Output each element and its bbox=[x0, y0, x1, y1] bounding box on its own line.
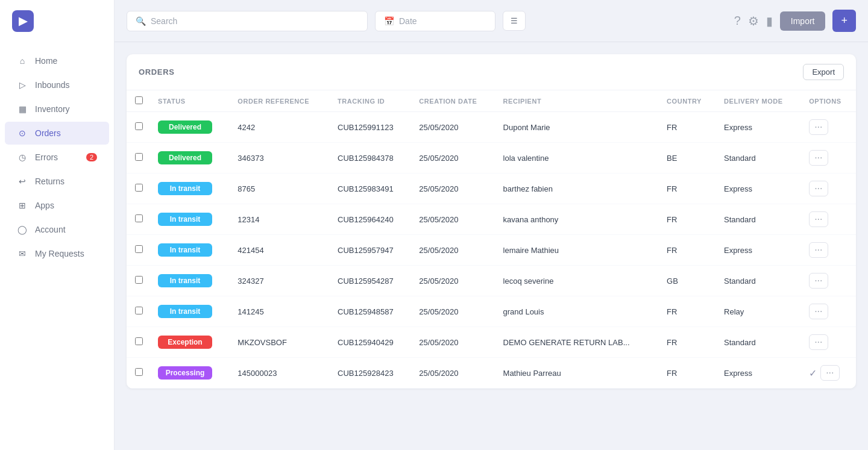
export-button[interactable]: Export bbox=[803, 64, 844, 80]
status-badge-6: In transit bbox=[158, 305, 212, 318]
row-check-2[interactable] bbox=[135, 184, 143, 192]
row-check-5[interactable] bbox=[135, 276, 143, 284]
row-check-3[interactable] bbox=[135, 214, 143, 222]
table-row: Processing 145000023 CUB125928423 25/05/… bbox=[127, 358, 856, 389]
row-check-1[interactable] bbox=[135, 153, 143, 161]
row-status-7: Exception bbox=[151, 327, 230, 358]
errors-icon: ◷ bbox=[17, 152, 28, 163]
row-status-4: In transit bbox=[151, 235, 230, 266]
status-badge-2: In transit bbox=[158, 182, 212, 195]
row-country-0: FR bbox=[659, 112, 717, 143]
inventory-icon: ▦ bbox=[17, 104, 28, 114]
globe-icon[interactable]: ⚙ bbox=[748, 14, 759, 28]
options-button-4[interactable]: ··· bbox=[809, 242, 828, 258]
orders-card: ORDERS Export STATUS ORDER REFERENCE TRA… bbox=[127, 54, 856, 389]
calendar-icon: 📅 bbox=[384, 16, 394, 26]
row-order-ref-8: 145000023 bbox=[230, 358, 330, 389]
row-recipient-4: lemaire Mathieu bbox=[496, 235, 660, 266]
filter-icon: ☰ bbox=[511, 16, 518, 25]
sidebar-label-returns: Returns bbox=[35, 177, 64, 186]
sidebar: ▶ ⌂ Home ▷ Inbounds ▦ Inventory ⊙ Orders… bbox=[0, 0, 115, 450]
import-button[interactable]: Import bbox=[780, 11, 826, 31]
orders-table: STATUS ORDER REFERENCE TRACKING ID CREAT… bbox=[127, 90, 856, 389]
help-icon[interactable]: ? bbox=[734, 14, 741, 28]
options-button-0[interactable]: ··· bbox=[809, 119, 828, 135]
battery-icon[interactable]: ▮ bbox=[766, 14, 773, 28]
sidebar-item-orders[interactable]: ⊙ Orders bbox=[5, 122, 109, 145]
row-order-ref-3: 12314 bbox=[230, 204, 330, 235]
sidebar-label-home: Home bbox=[35, 56, 57, 66]
row-delivery-mode-8: Express bbox=[717, 358, 802, 389]
row-check-0[interactable] bbox=[135, 122, 143, 130]
row-options-6: ··· bbox=[802, 296, 856, 327]
options-button-6[interactable]: ··· bbox=[809, 304, 828, 319]
returns-icon: ↩ bbox=[17, 176, 28, 187]
header-checkbox bbox=[127, 90, 151, 112]
row-creation-date-0: 25/05/2020 bbox=[412, 112, 495, 143]
check-icon: ✓ bbox=[809, 367, 817, 379]
sidebar-item-inbounds[interactable]: ▷ Inbounds bbox=[5, 73, 109, 96]
table-row: Delivered 346373 CUB125984378 25/05/2020… bbox=[127, 143, 856, 173]
row-creation-date-3: 25/05/2020 bbox=[412, 204, 495, 235]
logo-icon[interactable]: ▶ bbox=[12, 10, 34, 32]
row-status-1: Delivered bbox=[151, 143, 230, 173]
row-order-ref-5: 324327 bbox=[230, 266, 330, 296]
row-checkbox-8 bbox=[127, 358, 151, 389]
row-delivery-mode-0: Express bbox=[717, 112, 802, 143]
search-input[interactable] bbox=[151, 16, 359, 26]
row-check-6[interactable] bbox=[135, 307, 143, 314]
sidebar-item-inventory[interactable]: ▦ Inventory bbox=[5, 98, 109, 120]
row-tracking-id-8: CUB125928423 bbox=[330, 358, 412, 389]
row-creation-date-4: 25/05/2020 bbox=[412, 235, 495, 266]
sidebar-item-home[interactable]: ⌂ Home bbox=[5, 49, 109, 72]
add-button[interactable]: + bbox=[832, 10, 856, 32]
status-badge-0: Delivered bbox=[158, 120, 212, 134]
row-check-7[interactable] bbox=[135, 337, 143, 345]
col-creation-date: CREATION DATE bbox=[412, 90, 495, 112]
sidebar-item-errors[interactable]: ◷ Errors 2 bbox=[5, 146, 109, 169]
options-button-3[interactable]: ··· bbox=[809, 211, 828, 227]
orders-header: ORDERS Export bbox=[127, 54, 856, 90]
row-creation-date-2: 25/05/2020 bbox=[412, 173, 495, 204]
row-check-8[interactable] bbox=[135, 368, 143, 376]
row-checkbox-6 bbox=[127, 296, 151, 327]
sidebar-label-account: Account bbox=[35, 225, 66, 234]
status-badge-8: Processing bbox=[158, 366, 212, 380]
sidebar-item-returns[interactable]: ↩ Returns bbox=[5, 170, 109, 193]
options-button-1[interactable]: ··· bbox=[809, 150, 828, 166]
options-button-2[interactable]: ··· bbox=[809, 181, 828, 196]
row-order-ref-0: 4242 bbox=[230, 112, 330, 143]
col-status: STATUS bbox=[151, 90, 230, 112]
row-tracking-id-2: CUB125983491 bbox=[330, 173, 412, 204]
sidebar-item-account[interactable]: ◯ Account bbox=[5, 218, 109, 241]
row-order-ref-7: MKZOVSBOF bbox=[230, 327, 330, 358]
table-row: In transit 421454 CUB125957947 25/05/202… bbox=[127, 235, 856, 266]
row-delivery-mode-6: Relay bbox=[717, 296, 802, 327]
select-all-checkbox[interactable] bbox=[135, 96, 143, 104]
row-order-ref-1: 346373 bbox=[230, 143, 330, 173]
row-delivery-mode-3: Standard bbox=[717, 204, 802, 235]
row-options-4: ··· bbox=[802, 235, 856, 265]
row-status-5: In transit bbox=[151, 266, 230, 296]
row-recipient-8: Mathieu Parreau bbox=[496, 358, 660, 389]
options-button-5[interactable]: ··· bbox=[809, 273, 828, 289]
col-options: OPTIONS bbox=[802, 90, 856, 112]
row-order-ref-4: 421454 bbox=[230, 235, 330, 266]
row-check-4[interactable] bbox=[135, 245, 143, 253]
row-order-ref-2: 8765 bbox=[230, 173, 330, 204]
sidebar-item-my-requests[interactable]: ✉ My Requests bbox=[5, 242, 109, 265]
col-delivery-mode: DELIVERY MODE bbox=[717, 90, 802, 112]
row-tracking-id-4: CUB125957947 bbox=[330, 235, 412, 266]
sidebar-item-apps[interactable]: ⊞ Apps bbox=[5, 194, 109, 217]
sidebar-label-orders: Orders bbox=[35, 128, 61, 138]
options-button-8[interactable]: ··· bbox=[820, 365, 839, 381]
sidebar-label-inventory: Inventory bbox=[35, 104, 70, 114]
row-status-6: In transit bbox=[151, 296, 230, 327]
topbar: 🔍 📅 Date ☰ ? ⚙ ▮ Import + bbox=[115, 0, 868, 42]
row-country-5: GB bbox=[659, 266, 717, 296]
row-delivery-mode-1: Standard bbox=[717, 143, 802, 173]
filter-button[interactable]: ☰ bbox=[503, 11, 526, 31]
options-button-7[interactable]: ··· bbox=[809, 334, 828, 350]
row-recipient-0: Dupont Marie bbox=[496, 112, 660, 143]
table-header: STATUS ORDER REFERENCE TRACKING ID CREAT… bbox=[127, 90, 856, 112]
